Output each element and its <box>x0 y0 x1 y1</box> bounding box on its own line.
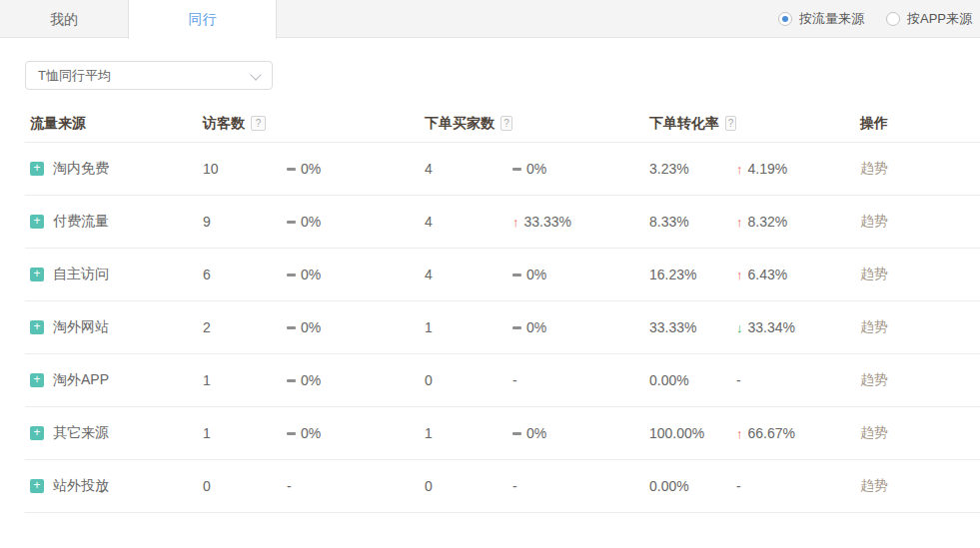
table-row: + 付费流量 9 0% 4 ↑33.33% 8.33% ↑8.32% 趋势 <box>25 196 980 249</box>
traffic-source-table: 流量来源 访客数 ? 下单买家数 ? 下单转化率 ? 操作 + 淘内免费 10 <box>25 105 980 513</box>
chevron-down-icon <box>250 69 261 80</box>
radio-by-traffic-source-label: 按流量来源 <box>799 10 864 28</box>
change-indicator-icon <box>287 379 296 382</box>
conversion-value: 0.00% <box>649 372 736 388</box>
change-value: 0% <box>301 372 321 388</box>
change-indicator-icon: ↑ <box>736 268 743 282</box>
conversion-value: 8.33% <box>649 214 736 230</box>
change-value: 6.43% <box>748 267 788 282</box>
action-cell: 趋势 <box>860 160 980 178</box>
change-indicator-icon <box>512 168 521 171</box>
source-label: 淘外APP <box>53 371 109 389</box>
change-indicator-icon: ↑ <box>736 426 743 441</box>
visitors-value: 1 <box>203 425 287 441</box>
action-cell: 趋势 <box>860 477 980 495</box>
buyers-value: 1 <box>425 425 512 441</box>
source-type-radio-group: 按流量来源 按APP来源 <box>778 0 972 38</box>
conversion-value: 100.00% <box>649 425 736 441</box>
source-label: 站外投放 <box>53 477 109 495</box>
trend-link[interactable]: 趋势 <box>860 160 888 176</box>
table-row: + 淘外APP 1 0% 0 - 0.00% - 趋势 <box>25 354 980 407</box>
change-indicator-icon <box>512 326 521 329</box>
buyers-value: 4 <box>425 267 512 282</box>
radio-by-app-source[interactable]: 按APP来源 <box>886 10 972 28</box>
change-indicator-icon: ↓ <box>736 320 743 335</box>
conversion-value: 16.23% <box>649 267 736 282</box>
change-value: 0% <box>301 161 321 177</box>
expand-row-icon[interactable]: + <box>30 162 44 176</box>
visitors-change: 0% <box>287 267 425 282</box>
change-value: - <box>512 478 517 494</box>
conversion-value: 3.23% <box>649 161 736 177</box>
change-value: - <box>736 478 741 494</box>
tab-peers[interactable]: 同行 <box>128 0 277 39</box>
conversion-change: ↑6.43% <box>736 267 860 282</box>
buyers-value: 4 <box>425 161 512 177</box>
change-value: 0% <box>301 425 321 441</box>
visitors-change: 0% <box>287 425 425 441</box>
trend-link[interactable]: 趋势 <box>860 213 888 229</box>
help-icon[interactable]: ? <box>725 116 736 131</box>
change-indicator-icon <box>287 326 296 329</box>
visitors-value: 9 <box>203 214 287 230</box>
source-label: 付费流量 <box>53 213 109 231</box>
select-value: T恤同行平均 <box>38 67 111 85</box>
source-label: 淘内免费 <box>53 160 109 178</box>
source-label: 其它来源 <box>53 424 109 442</box>
action-cell: 趋势 <box>860 424 980 442</box>
buyers-value: 0 <box>425 478 512 494</box>
tab-mine[interactable]: 我的 <box>0 0 128 37</box>
action-cell: 趋势 <box>860 371 980 389</box>
radio-by-app-source-label: 按APP来源 <box>907 10 972 28</box>
trend-link[interactable]: 趋势 <box>860 266 888 281</box>
change-value: 33.34% <box>748 319 795 335</box>
expand-row-icon[interactable]: + <box>30 215 44 229</box>
expand-row-icon[interactable]: + <box>30 373 44 387</box>
change-value: 66.67% <box>748 425 795 441</box>
source-cell: + 淘外网站 <box>25 318 203 336</box>
change-value: - <box>512 372 517 388</box>
buyers-change: 0% <box>512 161 649 177</box>
buyers-change: 0% <box>512 319 649 335</box>
change-value: 0% <box>526 319 546 335</box>
visitors-value: 0 <box>203 478 287 494</box>
industry-average-select[interactable]: T恤同行平均 <box>25 61 273 90</box>
conversion-change: ↑8.32% <box>736 214 860 230</box>
source-cell: + 付费流量 <box>25 213 203 231</box>
buyers-value: 4 <box>425 214 512 230</box>
change-value: 0% <box>301 319 321 335</box>
source-cell: + 淘内免费 <box>25 160 203 178</box>
conversion-value: 0.00% <box>649 478 736 494</box>
col-header-visitors-label: 访客数 <box>203 115 245 133</box>
trend-link[interactable]: 趋势 <box>860 424 888 440</box>
visitors-change: 0% <box>287 214 425 230</box>
conversion-change: ↓33.34% <box>736 319 860 335</box>
change-value: 4.19% <box>748 161 788 177</box>
change-value: 0% <box>301 267 321 282</box>
col-header-buyers-label: 下单买家数 <box>425 115 494 133</box>
expand-row-icon[interactable]: + <box>30 479 44 493</box>
radio-by-traffic-source[interactable]: 按流量来源 <box>778 10 864 28</box>
help-icon[interactable]: ? <box>500 116 512 131</box>
visitors-value: 10 <box>203 161 287 177</box>
change-indicator-icon <box>287 432 296 435</box>
trend-link[interactable]: 趋势 <box>860 477 888 493</box>
change-indicator-icon <box>287 274 296 276</box>
visitors-change: 0% <box>287 372 425 388</box>
col-header-conversion-label: 下单转化率 <box>649 115 719 133</box>
help-icon[interactable]: ? <box>251 116 266 131</box>
change-value: - <box>736 372 741 388</box>
buyers-change: ↑33.33% <box>512 214 649 230</box>
visitors-change: 0% <box>287 319 425 335</box>
expand-row-icon[interactable]: + <box>30 268 44 281</box>
trend-link[interactable]: 趋势 <box>860 318 888 334</box>
expand-row-icon[interactable]: + <box>30 426 44 440</box>
trend-link[interactable]: 趋势 <box>860 371 888 387</box>
buyers-change: 0% <box>512 425 649 441</box>
table-row: + 站外投放 0 - 0 - 0.00% - 趋势 <box>25 460 980 513</box>
col-header-action: 操作 <box>860 115 980 133</box>
expand-row-icon[interactable]: + <box>30 320 44 334</box>
buyers-value: 0 <box>425 372 512 388</box>
visitors-value: 1 <box>203 372 287 388</box>
source-cell: + 其它来源 <box>25 424 203 442</box>
